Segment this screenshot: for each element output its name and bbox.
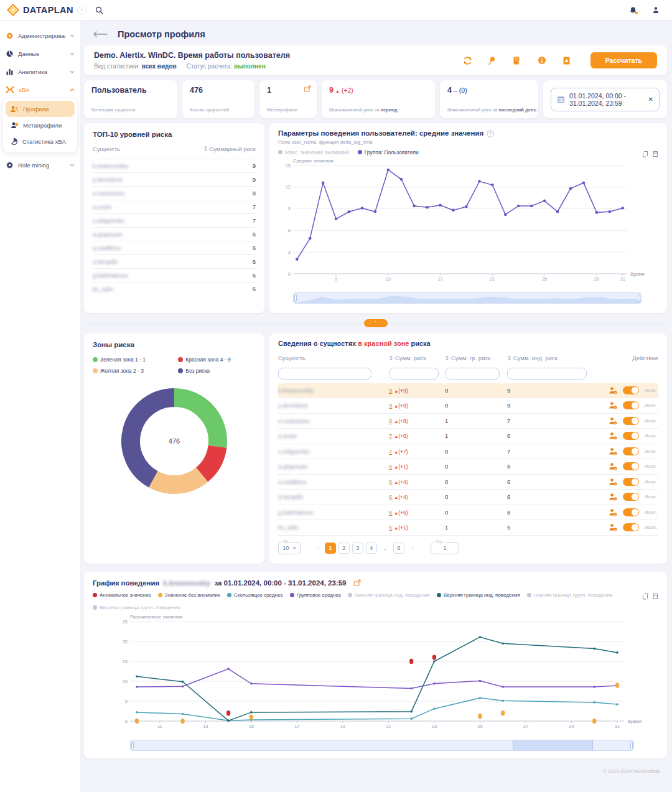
- assign-user-icon[interactable]: o: [609, 493, 617, 501]
- filter-group-risk-input[interactable]: [445, 368, 500, 380]
- table-row[interactable]: s.teligeenko7▲(+7)07oИскл.: [278, 444, 658, 460]
- risk-link[interactable]: 6: [389, 463, 392, 470]
- assign-user-icon[interactable]: o: [609, 508, 617, 516]
- legend-item[interactable]: Желтая зона 2 - 3: [93, 368, 170, 374]
- column-header[interactable]: Действие: [599, 355, 658, 361]
- sidebar-item-метапрофили[interactable]: Метапрофили: [6, 117, 75, 133]
- top10-row[interactable]: k.krasnovskiy9: [93, 159, 256, 172]
- column-header[interactable]: Сумм. риск: [389, 355, 445, 361]
- page-number-box[interactable]: Стр.: [431, 542, 459, 554]
- exclude-toggle[interactable]: [623, 386, 639, 394]
- risk-link[interactable]: 7: [389, 432, 392, 439]
- table-row[interactable]: g.balzhakova6▲(+5)06oИскл.: [278, 505, 658, 521]
- zoom-out-icon[interactable]: [642, 593, 648, 600]
- refresh-icon[interactable]: [463, 56, 472, 65]
- per-page-select[interactable]: По 10: [278, 542, 301, 554]
- risk-link[interactable]: 6: [389, 478, 392, 485]
- top10-row[interactable]: e.rostovtsev8: [93, 186, 256, 200]
- table-row[interactable]: a.sozin7▲(+6)16oИскл.: [278, 429, 658, 444]
- export-report-icon[interactable]: [513, 56, 521, 65]
- back-arrow-icon[interactable]: [93, 31, 108, 37]
- exclude-toggle[interactable]: [623, 447, 639, 455]
- risk-link[interactable]: 6: [389, 493, 392, 500]
- top10-row[interactable]: a.sozin7: [93, 200, 256, 213]
- help-icon[interactable]: ?: [487, 130, 494, 137]
- risk-link[interactable]: 7: [389, 448, 392, 455]
- exclude-toggle[interactable]: [623, 417, 639, 425]
- zoom-reset-icon[interactable]: [652, 151, 658, 157]
- top10-row[interactable]: d.stropilin6: [93, 254, 256, 268]
- filter-sum-risk-input[interactable]: [389, 368, 439, 380]
- table-row[interactable]: k.krasnovskiy9▲(+9)09oИскл.: [278, 383, 658, 399]
- assign-user-icon[interactable]: o: [609, 401, 617, 409]
- table-row[interactable]: y.demidova9▲(+9)09oИскл.: [278, 398, 658, 414]
- notifications-bell-icon[interactable]: [629, 6, 637, 14]
- filter-entity-input[interactable]: [278, 368, 371, 380]
- calculate-button[interactable]: Рассчитать: [590, 52, 657, 68]
- user-account-icon[interactable]: [652, 6, 660, 14]
- exclude-toggle[interactable]: [623, 401, 639, 409]
- assign-user-icon[interactable]: o: [609, 447, 617, 455]
- metaprofiles-external-link-icon[interactable]: [304, 85, 311, 93]
- zoom-out-icon[interactable]: [642, 151, 648, 157]
- assign-user-icon[interactable]: o: [609, 462, 617, 470]
- table-row[interactable]: a.melikhov6▲(+4)06oИскл.: [278, 475, 658, 490]
- sidebar-item-статистика-xba[interactable]: Статистика xBA: [6, 133, 75, 150]
- info-icon[interactable]: [538, 56, 546, 65]
- sidebar-item-профили[interactable]: Профили: [6, 101, 75, 117]
- top10-col-entity[interactable]: Сущность: [93, 146, 120, 152]
- page-button[interactable]: 3: [352, 543, 363, 554]
- assign-user-icon[interactable]: o: [609, 432, 617, 440]
- top10-row[interactable]: a.melikhov6: [93, 241, 256, 254]
- legend-item[interactable]: Нижняя граница групп. поведения: [527, 592, 613, 598]
- page-button[interactable]: 2: [338, 543, 350, 554]
- assign-user-icon[interactable]: o: [609, 523, 617, 531]
- risk-link[interactable]: 8: [389, 417, 392, 424]
- top10-row[interactable]: g.balzhakova6: [93, 268, 256, 282]
- prev-page-icon[interactable]: ‹: [316, 544, 322, 551]
- legend-item[interactable]: Макс. значение аномалий: [278, 149, 349, 156]
- export-pdf-icon[interactable]: [562, 56, 571, 65]
- exclude-toggle[interactable]: [623, 508, 639, 516]
- zoom-reset-icon[interactable]: [652, 593, 658, 600]
- exclude-toggle[interactable]: [623, 478, 639, 486]
- legend-item[interactable]: Верхняя граница инд. поведения: [437, 592, 520, 598]
- brush-selection[interactable]: [513, 740, 593, 750]
- page-button[interactable]: 4: [366, 543, 377, 554]
- behavior-external-link-icon[interactable]: [353, 579, 361, 587]
- next-page-icon[interactable]: ›: [410, 544, 416, 551]
- sidebar-item-аналитика[interactable]: Аналитика: [0, 63, 80, 81]
- assign-user-icon[interactable]: o: [609, 478, 617, 486]
- legend-item[interactable]: Красная зона 4 - 9: [178, 356, 256, 363]
- legend-item[interactable]: Аномальное значение: [93, 592, 151, 598]
- risk-link[interactable]: 9: [389, 402, 392, 409]
- exclude-toggle[interactable]: [623, 432, 639, 440]
- exclude-toggle[interactable]: [623, 493, 639, 501]
- sidebar-item-данные[interactable]: Данные: [0, 45, 80, 63]
- top10-col-risk[interactable]: Суммарный риск: [203, 146, 256, 152]
- sidebar-collapse-button[interactable]: ‹: [77, 6, 86, 15]
- clear-date-icon[interactable]: ✕: [648, 96, 653, 103]
- risk-link[interactable]: 6: [389, 509, 392, 516]
- risk-link[interactable]: 6: [389, 524, 392, 531]
- top10-row[interactable]: y.demidova9: [93, 172, 256, 186]
- legend-item[interactable]: Значение без аномалии: [158, 592, 220, 598]
- legend-item[interactable]: Верхняя граница групп. поведения: [93, 605, 180, 610]
- assign-user-icon[interactable]: o: [609, 417, 617, 425]
- column-header[interactable]: Сумм. гр. риск: [445, 355, 507, 361]
- risk-link[interactable]: 9: [389, 387, 392, 394]
- section-collapse-button[interactable]: ⌃: [364, 319, 388, 327]
- legend-item[interactable]: Скользящее среднее: [227, 592, 283, 598]
- filter-ind-risk-input[interactable]: [507, 368, 587, 380]
- sidebar-item-администрирование[interactable]: Администрирование: [0, 27, 80, 45]
- avg-chart-brush[interactable]: [293, 292, 642, 304]
- sidebar-item-xba[interactable]: xBA: [0, 81, 80, 98]
- page-button[interactable]: 6: [393, 543, 404, 554]
- sidebar-item-role-mining[interactable]: Role mining: [0, 156, 80, 174]
- column-header[interactable]: Сумм. инд. риск: [507, 355, 599, 361]
- page-number-input[interactable]: [435, 545, 455, 551]
- table-row[interactable]: ks_adm6▲(+1)15oИскл.: [278, 520, 658, 536]
- pin-icon[interactable]: [488, 56, 497, 65]
- table-row[interactable]: a.grigoryan6▲(+1)06oИскл.: [278, 459, 658, 475]
- top10-row[interactable]: s.teligeenko7: [93, 213, 256, 227]
